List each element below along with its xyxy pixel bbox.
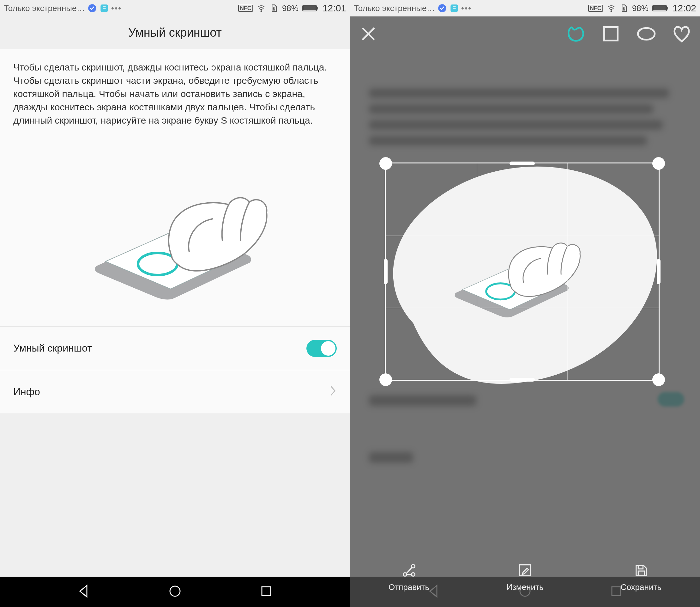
phone-right: Только экстренные… ••• NFC 1 98% 12:02 [350, 0, 700, 607]
home-icon[interactable] [168, 584, 182, 600]
knuckle-illustration [13, 149, 337, 326]
svg-rect-5 [317, 7, 318, 9]
chevron-right-icon [329, 384, 337, 400]
screenshot-editor-overlay: Отправить Изменить Сохранить [350, 0, 700, 607]
save-label: Сохранить [621, 582, 661, 592]
freeform-shape-icon[interactable] [565, 24, 586, 44]
svg-point-8 [170, 586, 180, 596]
svg-rect-6 [303, 6, 316, 11]
svg-point-22 [411, 572, 415, 576]
edit-label: Изменить [506, 582, 543, 592]
phone-left: Только экстренные… ••• NFC 1 98% 12:01 У… [0, 0, 350, 607]
crop-handle-left[interactable] [384, 259, 388, 284]
crop-handle-tl[interactable] [379, 157, 392, 170]
battery-text: 98% [282, 3, 299, 13]
info-label: Инфо [13, 386, 40, 398]
check-icon [438, 4, 447, 13]
network-text: Только экстренные… [354, 3, 435, 13]
description-card: Чтобы сделать скриншот, дважды коснитесь… [0, 49, 350, 327]
description-text: Чтобы сделать скриншот, дважды коснитесь… [13, 61, 337, 149]
svg-rect-9 [262, 587, 271, 595]
status-bar: Только экстренные… ••• NFC 1 98% 12:02 [350, 0, 700, 17]
battery-icon [302, 4, 319, 13]
back-icon[interactable] [76, 584, 91, 600]
svg-text:1: 1 [623, 7, 625, 11]
close-icon[interactable] [358, 24, 378, 44]
svg-rect-24 [638, 565, 643, 569]
svg-rect-25 [638, 571, 645, 576]
heart-shape-icon[interactable] [672, 24, 692, 44]
network-text: Только экстренные… [4, 3, 85, 13]
sim-icon: 1 [269, 4, 278, 13]
svg-rect-16 [653, 6, 666, 11]
shape-tool-row [350, 17, 700, 51]
wifi-icon [607, 4, 616, 13]
svg-point-18 [638, 28, 655, 40]
battery-icon [652, 4, 669, 13]
edit-button[interactable]: Изменить [506, 562, 543, 592]
crop-handle-top[interactable] [509, 162, 535, 165]
clock-text: 12:01 [323, 3, 346, 14]
nfc-icon: NFC [588, 5, 603, 12]
crop-handle-bottom[interactable] [509, 378, 535, 382]
svg-point-12 [611, 11, 612, 12]
share-label: Отправить [389, 582, 429, 592]
svg-rect-15 [667, 7, 668, 9]
app-icon [100, 4, 109, 13]
wifi-icon [257, 4, 266, 13]
bottom-action-bar: Отправить Изменить Сохранить [350, 550, 700, 607]
crop-handle-br[interactable] [652, 373, 665, 386]
crop-handle-right[interactable] [657, 259, 660, 284]
empty-area [0, 414, 350, 577]
svg-point-21 [411, 564, 415, 568]
info-row[interactable]: Инфо [0, 370, 350, 414]
app-icon [450, 4, 459, 13]
ellipse-shape-icon[interactable] [636, 24, 656, 44]
toggle-label: Умный скриншот [13, 342, 92, 354]
crop-handle-bl[interactable] [379, 373, 392, 386]
smart-screenshot-toggle-row[interactable]: Умный скриншот [0, 327, 350, 370]
more-icon: ••• [462, 4, 471, 13]
battery-text: 98% [632, 3, 649, 13]
square-shape-icon[interactable] [601, 24, 621, 44]
status-bar: Только экстренные… ••• NFC 1 98% 12:01 [0, 0, 350, 17]
title-bar: Умный скриншот [0, 17, 350, 49]
crop-area[interactable] [350, 51, 700, 550]
svg-point-2 [261, 11, 262, 12]
nav-bar [0, 577, 350, 607]
nfc-icon: NFC [238, 5, 253, 12]
check-icon [88, 4, 97, 13]
svg-rect-17 [604, 27, 618, 41]
svg-text:1: 1 [273, 7, 275, 11]
share-button[interactable]: Отправить [389, 562, 429, 592]
sim-icon: 1 [619, 4, 628, 13]
page-title: Умный скриншот [128, 26, 222, 40]
clock-text: 12:02 [673, 3, 696, 14]
recent-icon[interactable] [259, 584, 274, 600]
crop-handle-tr[interactable] [652, 157, 665, 170]
more-icon: ••• [112, 4, 121, 13]
save-button[interactable]: Сохранить [621, 562, 661, 592]
toggle-switch[interactable] [306, 340, 337, 357]
crop-rectangle[interactable] [385, 163, 660, 381]
